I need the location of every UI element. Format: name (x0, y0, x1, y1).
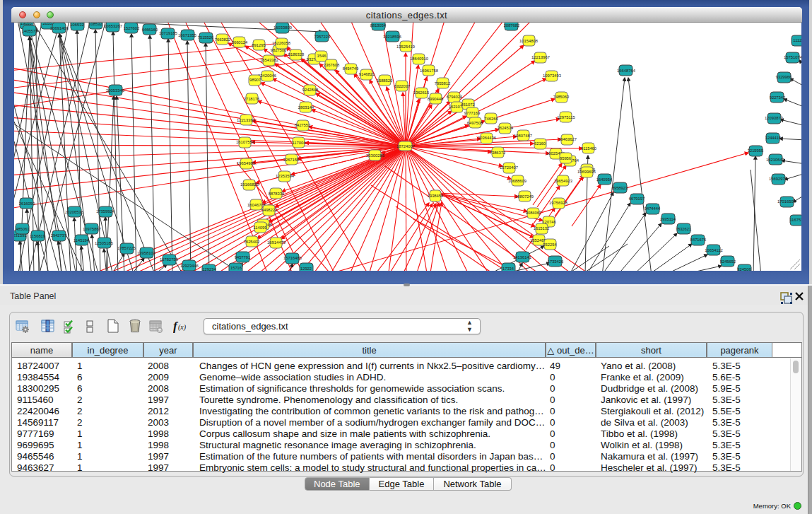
svg-text:9245652: 9245652 (720, 259, 736, 264)
svg-text:9329966: 9329966 (776, 75, 792, 79)
svg-text:12353594: 12353594 (276, 174, 295, 178)
svg-text:1244415: 1244415 (765, 136, 782, 140)
svg-text:15751074: 15751074 (784, 55, 801, 59)
svg-text:2803144: 2803144 (298, 105, 314, 110)
svg-text:9242848: 9242848 (302, 88, 319, 92)
svg-text:1733426: 1733426 (548, 259, 564, 264)
svg-text:12093872: 12093872 (765, 116, 783, 120)
svg-text:15226058: 15226058 (272, 41, 290, 45)
svg-text:16914479: 16914479 (267, 240, 286, 245)
svg-text:8813054: 8813054 (370, 23, 387, 28)
svg-text:10719185: 10719185 (159, 31, 177, 35)
svg-text:20053346: 20053346 (106, 88, 124, 93)
svg-text:7515526: 7515526 (198, 35, 214, 40)
svg-text:3267150: 3267150 (283, 158, 300, 162)
svg-text:746266: 746266 (484, 117, 498, 121)
svg-text:10154808: 10154808 (519, 39, 538, 43)
svg-text:3215955: 3215955 (748, 148, 764, 153)
svg-text:106532: 106532 (70, 23, 83, 27)
svg-text:15716: 15716 (230, 266, 242, 270)
svg-text:9457791: 9457791 (235, 255, 251, 259)
svg-text:9474444: 9474444 (645, 206, 661, 211)
svg-text:7955812: 7955812 (435, 81, 451, 86)
svg-text:16033809: 16033809 (273, 25, 292, 30)
svg-text:7625402: 7625402 (244, 240, 260, 244)
svg-text:9227342: 9227342 (770, 95, 786, 100)
svg-text:12975115: 12975115 (557, 115, 575, 119)
svg-text:12213967: 12213967 (531, 55, 550, 59)
svg-text:2718176: 2718176 (244, 97, 260, 101)
svg-text:17857225: 17857225 (117, 246, 136, 250)
svg-text:7832621: 7832621 (676, 227, 692, 231)
svg-text:18724007: 18724007 (396, 144, 415, 148)
svg-text:10699695: 10699695 (577, 170, 596, 174)
svg-text:117004: 117004 (293, 141, 307, 145)
svg-text:8990448: 8990448 (428, 97, 444, 101)
svg-text:20364436: 20364436 (478, 136, 496, 140)
svg-text:2942737: 2942737 (51, 233, 67, 238)
svg-text:17334: 17334 (502, 267, 514, 271)
svg-text:25300285: 25300285 (366, 153, 384, 158)
svg-text:2055: 2055 (43, 23, 52, 25)
svg-text:10975867: 10975867 (83, 227, 101, 231)
svg-text:6794024: 6794024 (447, 95, 463, 99)
svg-text:924506: 924506 (737, 267, 751, 271)
svg-text:19166825: 19166825 (240, 182, 259, 187)
svg-text:9777169: 9777169 (464, 111, 481, 115)
svg-text:16648764: 16648764 (617, 69, 636, 73)
svg-text:129234: 129234 (202, 267, 216, 271)
svg-text:16543382: 16543382 (260, 58, 278, 62)
svg-text:11127: 11127 (793, 38, 801, 42)
svg-text:12505185: 12505185 (95, 241, 113, 245)
svg-text:15692971: 15692971 (769, 177, 787, 181)
svg-text:2087682: 2087682 (504, 23, 520, 28)
svg-text:13958107: 13958107 (137, 251, 155, 255)
svg-text:6679197: 6679197 (629, 197, 645, 201)
svg-text:16961758: 16961758 (420, 69, 438, 73)
svg-text:6466160: 6466160 (142, 28, 158, 32)
svg-text:16671355: 16671355 (178, 33, 196, 37)
svg-text:114099: 114099 (254, 226, 267, 230)
svg-text:891295: 891295 (252, 43, 265, 47)
svg-text:108532: 108532 (88, 23, 102, 26)
svg-text:7663822: 7663822 (215, 37, 231, 42)
svg-text:116753: 116753 (790, 218, 801, 222)
svg-text:10807487: 10807487 (514, 134, 532, 138)
svg-text:1546: 1546 (317, 54, 326, 58)
svg-text:1156819: 1156819 (30, 234, 45, 238)
svg-text:16107554: 16107554 (236, 140, 255, 144)
svg-text:8454749: 8454749 (343, 66, 359, 71)
svg-text:3660124: 3660124 (232, 40, 248, 45)
svg-text:10653267: 10653267 (104, 24, 122, 28)
svg-text:1615132: 1615132 (534, 226, 550, 230)
svg-text:6322037: 6322037 (394, 84, 411, 88)
svg-text:12922: 12922 (300, 267, 312, 271)
svg-text:9146821: 9146821 (359, 72, 375, 76)
svg-text:13525419: 13525419 (396, 45, 415, 49)
svg-text:18807249: 18807249 (515, 194, 534, 199)
svg-text:10654112: 10654112 (705, 248, 722, 252)
svg-text:19756928: 19756928 (549, 201, 567, 205)
svg-text:19654985: 19654985 (237, 161, 255, 165)
svg-text:16782759: 16782759 (160, 257, 178, 262)
svg-text:1145194: 1145194 (73, 238, 90, 243)
svg-text:1527602: 1527602 (124, 26, 140, 30)
svg-text:98907: 98907 (249, 78, 261, 82)
svg-text:(x): (x) (178, 323, 187, 332)
svg-text:8878334: 8878334 (269, 192, 285, 196)
svg-text:20691406: 20691406 (50, 26, 69, 30)
svg-text:485061: 485061 (16, 227, 29, 231)
svg-text:9084067: 9084067 (526, 211, 542, 215)
svg-text:7386372: 7386372 (490, 151, 506, 155)
svg-text:19654923: 19654923 (554, 179, 572, 183)
svg-text:8427552: 8427552 (295, 123, 311, 127)
svg-text:15716485: 15716485 (283, 256, 302, 260)
svg-text:10973493: 10973493 (543, 74, 561, 78)
svg-text:1362615: 1362615 (413, 90, 430, 95)
svg-text:7357224: 7357224 (314, 35, 331, 39)
svg-text:3624534: 3624534 (498, 126, 514, 130)
svg-text:1640954: 1640954 (596, 177, 613, 182)
svg-text:10688609: 10688609 (508, 179, 526, 183)
svg-text:12213369: 12213369 (237, 118, 255, 122)
svg-text:1938454: 1938454 (428, 194, 444, 198)
